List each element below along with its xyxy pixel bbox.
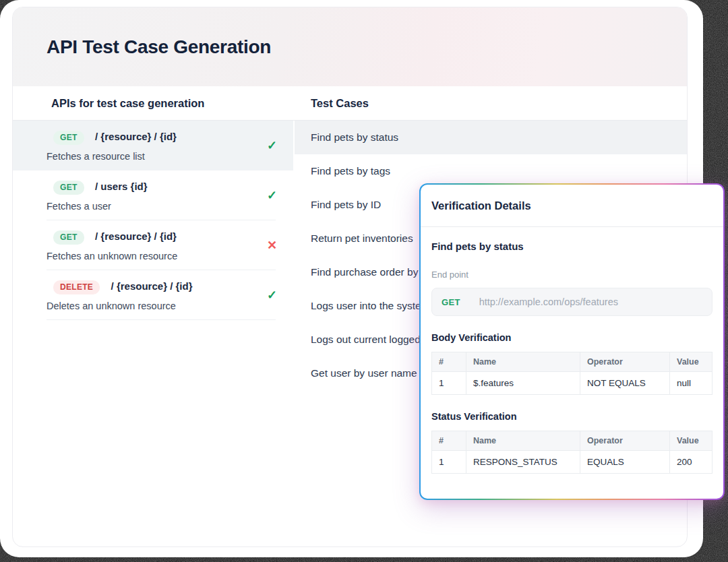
test-case-label: Find pets by ID	[311, 199, 381, 211]
status-verification-title: Status Verification	[431, 411, 712, 422]
method-badge: GET	[53, 230, 84, 245]
api-path: / {resource} / {id}	[95, 131, 177, 142]
endpoint-field[interactable]: GET http://example.com/ops/features	[431, 288, 712, 316]
method-badge: GET	[53, 131, 84, 145]
column-header: Name	[466, 352, 580, 372]
test-case-label: Find pets by status	[311, 131, 398, 144]
cell-operator: NOT EQUALS	[580, 372, 670, 395]
body-verification-title: Body Verification	[431, 332, 712, 343]
endpoint-label: End point	[431, 270, 712, 280]
api-list-item[interactable]: GET / {resource} / {id} Fetches a resour…	[13, 121, 293, 170]
endpoint-method-badge: GET	[442, 297, 460, 307]
test-cases-header: Test Cases	[295, 97, 369, 110]
cell-value: null	[670, 372, 712, 395]
cell-value: 200	[670, 451, 712, 474]
verification-title: Verification Details	[431, 199, 531, 212]
column-header: Value	[670, 352, 712, 372]
api-list: GET / {resource} / {id} Fetches a resour…	[13, 121, 295, 390]
check-icon: ✓	[267, 139, 277, 152]
test-case-item[interactable]: Find pets by status	[295, 121, 687, 154]
api-description: Fetches a resource list	[47, 151, 277, 162]
verification-test-case-name: Find pets by status	[431, 241, 712, 252]
verification-panel: Verification Details Find pets by status…	[419, 183, 725, 500]
card-header: API Test Case Generation	[13, 7, 687, 86]
test-case-label: Logs user into the system	[311, 300, 430, 312]
cell-index: 1	[432, 372, 466, 395]
test-case-label: Return pet inventories	[311, 232, 413, 245]
test-case-label: Find pets by tags	[311, 165, 390, 177]
method-badge: DELETE	[53, 280, 100, 294]
test-case-label: Get user by user name	[311, 367, 417, 379]
api-description: Fetches a user	[47, 201, 277, 212]
api-description: Fetches an unknown resource	[47, 251, 277, 261]
check-icon: ✓	[267, 289, 277, 301]
api-list-item[interactable]: DELETE / {resource} / {id} Deletes an un…	[13, 270, 293, 320]
table-row: 1 RESPONS_STATUS EQUALS 200	[432, 451, 712, 474]
column-header: Operator	[580, 431, 670, 451]
table-header-row: # Name Operator Value	[432, 431, 712, 451]
cell-name: $.features	[466, 372, 580, 395]
api-list-item[interactable]: GET / {resource} / {id} Fetches an unkno…	[13, 220, 293, 270]
method-badge: GET	[53, 181, 84, 195]
api-list-header: APIs for test case generation	[13, 97, 295, 110]
cell-operator: EQUALS	[580, 451, 670, 474]
api-description: Deletes an unknown resource	[47, 301, 277, 311]
table-row: 1 $.features NOT EQUALS null	[432, 372, 712, 395]
status-verification-table: # Name Operator Value 1 RESPONS_STATUS E…	[431, 431, 712, 474]
check-icon: ✓	[267, 189, 277, 201]
cell-name: RESPONS_STATUS	[466, 451, 580, 474]
column-header: Value	[670, 431, 712, 451]
api-path: / users {id}	[95, 181, 148, 192]
table-header-row: # Name Operator Value	[432, 352, 712, 372]
api-list-item[interactable]: GET / users {id} Fetches a user ✓	[13, 170, 293, 220]
column-header: Operator	[580, 352, 670, 372]
column-header: #	[432, 431, 466, 451]
page-title: API Test Case Generation	[47, 36, 271, 58]
api-path: / {resource} / {id}	[111, 280, 193, 292]
cell-index: 1	[432, 451, 466, 474]
test-case-label: Find purchase order by ID	[311, 266, 431, 278]
x-icon: ✕	[267, 239, 277, 251]
endpoint-url: http://example.com/ops/features	[479, 296, 618, 307]
verification-panel-header: Verification Details	[421, 185, 723, 227]
body-verification-table: # Name Operator Value 1 $.features NOT E…	[431, 352, 712, 395]
column-header: #	[432, 352, 466, 372]
column-header: Name	[466, 431, 580, 451]
columns-header: APIs for test case generation Test Cases	[13, 86, 687, 121]
api-path: / {resource} / {id}	[95, 230, 177, 242]
